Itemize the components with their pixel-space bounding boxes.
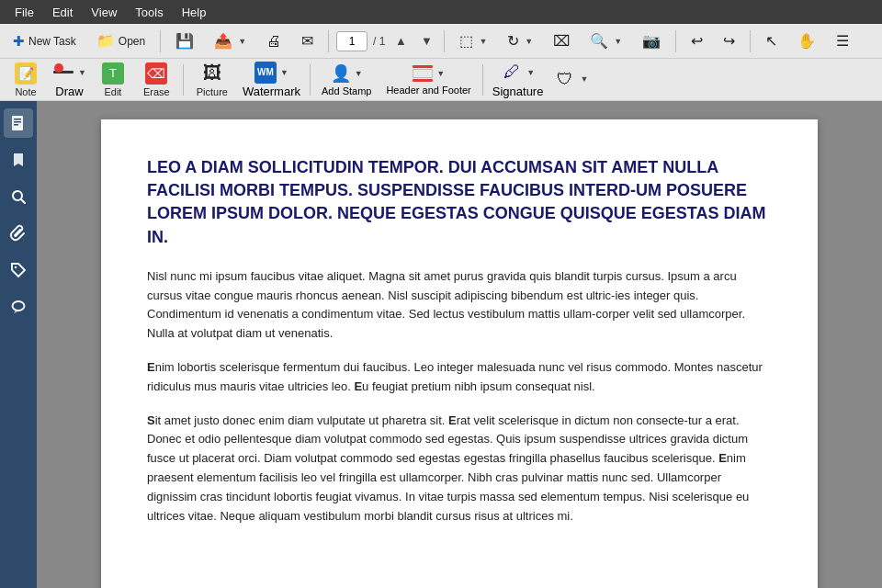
export-button[interactable]: 📤 ▼ <box>207 28 254 53</box>
cursor-button[interactable]: ↖ <box>758 28 785 53</box>
export-icon: 📤 <box>214 32 232 50</box>
watermark-icon: WM <box>254 62 277 84</box>
sidebar-item-tags[interactable] <box>4 255 33 285</box>
header-footer-label: Header and Footer <box>386 85 470 96</box>
export-caret: ▼ <box>238 37 246 46</box>
new-task-button[interactable]: ✚ New Task <box>6 29 84 53</box>
note-label: Note <box>15 86 36 97</box>
snapshot-button[interactable]: 📷 <box>635 28 668 53</box>
svg-line-5 <box>21 199 25 203</box>
separator2 <box>328 30 329 52</box>
fit-caret: ▼ <box>479 37 487 46</box>
tb2-sep1 <box>183 64 184 96</box>
sidebar-item-bookmarks[interactable] <box>4 145 33 175</box>
draw-button[interactable]: ▼ Draw <box>48 59 91 101</box>
undo-icon: ↩ <box>691 32 703 50</box>
cursor-icon: ↖ <box>765 32 777 50</box>
menu-tools[interactable]: Tools <box>128 4 170 21</box>
rotate-caret: ▼ <box>525 37 533 46</box>
svg-point-6 <box>15 266 17 268</box>
hf-icon <box>413 64 433 83</box>
folder-icon: 📁 <box>96 32 115 50</box>
snapshot-icon: 📷 <box>642 32 661 50</box>
add-stamp-label: Add Stamp <box>322 85 371 96</box>
watermark-top: WM ▼ <box>254 62 288 84</box>
protect-top: 🛡 ▼ <box>554 68 588 90</box>
picture-label: Picture <box>197 86 228 97</box>
picture-button[interactable]: 🖼 Picture <box>188 58 236 102</box>
add-stamp-button[interactable]: 👤 ▼ Add Stamp <box>315 59 378 101</box>
new-task-icon: ✚ <box>13 33 25 50</box>
print-button[interactable]: 🖨 <box>259 29 288 53</box>
paragraph-1: Nisl nunc mi ipsum faucibus vitae alique… <box>147 267 772 344</box>
tb2-sep2 <box>310 64 311 96</box>
draw-label: Draw <box>55 85 83 98</box>
edit-label: Edit <box>104 86 121 97</box>
signature-button[interactable]: 🖊 ▼ Signature <box>488 59 548 101</box>
open-label: Open <box>119 35 145 48</box>
sidebar-item-pages[interactable] <box>4 108 33 138</box>
signature-icon: 🖊 <box>501 62 523 84</box>
menu-edit[interactable]: Edit <box>45 4 80 21</box>
main-area: LEO A DIAM SOLLICITUDIN TEMPOR. DUI ACCU… <box>0 101 882 588</box>
columns-button[interactable]: ☰ <box>829 28 856 53</box>
wm-caret: ▼ <box>280 68 288 77</box>
stamp-caret: ▼ <box>355 69 363 78</box>
sidebar-item-search[interactable] <box>4 182 33 211</box>
hf-caret: ▼ <box>436 69 445 78</box>
page-title: LEO A DIAM SOLLICITUDIN TEMPOR. DUI ACCU… <box>147 156 772 249</box>
toolbar2: 📝 Note ▼ Draw T Edit ⌫ Erase 🖼 Picture W… <box>0 59 882 101</box>
redo-icon: ↪ <box>723 32 735 50</box>
rotate-button[interactable]: ↻ ▼ <box>500 28 540 53</box>
print-icon: 🖨 <box>266 33 281 50</box>
edit-button[interactable]: T Edit <box>93 58 133 102</box>
menu-file[interactable]: File <box>7 4 41 21</box>
toolbar1: ✚ New Task 📁 Open 💾 📤 ▼ 🖨 ✉ 1 / 1 ▲ ▼ ⬚ … <box>0 24 882 59</box>
note-button[interactable]: 📝 Note <box>6 58 46 102</box>
watermark-button[interactable]: WM ▼ Watermark <box>238 59 305 101</box>
crop-button[interactable]: ⌧ <box>546 28 577 53</box>
email-button[interactable]: ✉ <box>294 28 321 53</box>
svg-rect-2 <box>14 121 21 123</box>
tb2-sep3 <box>482 64 483 96</box>
draw-top: ▼ <box>52 62 86 84</box>
content-area: LEO A DIAM SOLLICITUDIN TEMPOR. DUI ACCU… <box>37 101 882 588</box>
find-icon: 🔍 <box>590 32 608 50</box>
open-button[interactable]: 📁 Open <box>89 28 153 53</box>
page-down-button[interactable]: ▼ <box>416 31 436 51</box>
redo-button[interactable]: ↪ <box>716 28 742 53</box>
sidebar-item-comments[interactable] <box>4 292 33 322</box>
sidebar <box>0 101 37 588</box>
stamp-top: 👤 ▼ <box>331 63 363 84</box>
paragraph-2: Enim lobortis scelerisque fermentum dui … <box>147 358 772 397</box>
find-caret: ▼ <box>614 37 622 46</box>
edit-icon: T <box>102 62 124 85</box>
email-icon: ✉ <box>301 32 313 50</box>
crop-icon: ⌧ <box>553 32 570 50</box>
draw-icon <box>52 62 74 84</box>
menu-view[interactable]: View <box>84 4 124 21</box>
sig-caret: ▼ <box>526 68 535 77</box>
draw-caret: ▼ <box>78 68 86 77</box>
fit-page-button[interactable]: ⬚ ▼ <box>452 28 494 53</box>
page: LEO A DIAM SOLLICITUDIN TEMPOR. DUI ACCU… <box>101 119 818 588</box>
page-number-input[interactable]: 1 <box>336 31 368 51</box>
stamp-icon: 👤 <box>331 63 351 84</box>
separator3 <box>444 30 445 52</box>
columns-icon: ☰ <box>836 32 849 50</box>
find-button[interactable]: 🔍 ▼ <box>582 28 629 53</box>
hf-top: ▼ <box>413 64 445 83</box>
hand-button[interactable]: ✋ <box>790 28 823 53</box>
protect-button[interactable]: 🛡 ▼ <box>549 65 593 94</box>
header-footer-button[interactable]: ▼ Header and Footer <box>379 60 477 100</box>
paragraph-3: Sit amet justo donec enim diam vulputate… <box>147 412 772 526</box>
signature-label: Signature <box>492 85 544 98</box>
page-up-button[interactable]: ▲ <box>390 31 411 51</box>
erase-button[interactable]: ⌫ Erase <box>135 58 178 102</box>
svg-rect-1 <box>14 119 21 120</box>
sidebar-item-attachments[interactable] <box>4 219 33 248</box>
save-button[interactable]: 💾 <box>168 28 201 53</box>
erase-label: Erase <box>143 86 170 97</box>
undo-button[interactable]: ↩ <box>684 28 710 53</box>
menu-help[interactable]: Help <box>175 4 214 21</box>
